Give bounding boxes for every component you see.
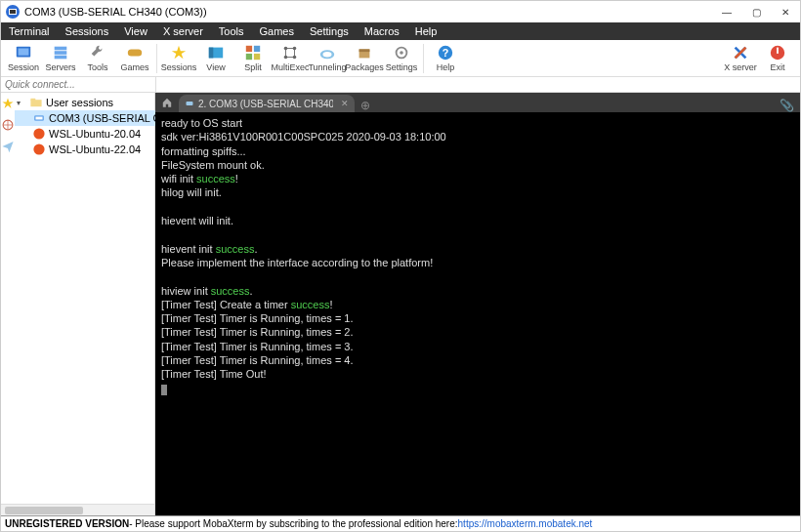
collapse-icon[interactable]: ▾ [17, 99, 26, 107]
menu-games[interactable]: Games [252, 25, 302, 37]
home-tab-icon[interactable] [155, 93, 179, 112]
toolbar-sessions-button[interactable]: Sessions [160, 44, 197, 72]
toolbar: Session Servers Tools Games Sessions Vie… [1, 40, 800, 77]
toolbar-tools-label: Tools [87, 62, 107, 72]
svg-rect-29 [777, 48, 779, 54]
svg-text:?: ? [443, 47, 449, 59]
footer-link[interactable]: https://mobaxterm.mobatek.net [458, 518, 593, 529]
toolbar-split-label: Split [244, 62, 262, 72]
svg-rect-32 [30, 100, 41, 106]
toolbar-servers-label: Servers [45, 62, 75, 72]
quick-connect-input[interactable] [1, 78, 155, 92]
toolbar-view-label: View [206, 62, 225, 72]
menu-settings[interactable]: Settings [302, 25, 357, 37]
paperclip-icon[interactable]: 📎 [774, 99, 800, 112]
quick-connect-bar [1, 77, 800, 93]
tab-bar: 2. COM3 (USB-SERIAL CH340 (CO ✕ ⊕ 📎 [155, 93, 800, 112]
maximize-button[interactable]: ▢ [741, 2, 771, 21]
status-bar: UNREGISTERED VERSION - Please support Mo… [1, 515, 800, 531]
toolbar-separator [423, 44, 424, 73]
svg-rect-6 [55, 51, 67, 55]
svg-rect-5 [55, 47, 67, 51]
sidebar-item-label: WSL-Ubuntu-22.04 [49, 143, 141, 155]
toolbar-tools-button[interactable]: Tools [79, 44, 116, 72]
toolbar-help-label: Help [437, 62, 455, 72]
toolbar-session-button[interactable]: Session [5, 44, 42, 72]
svg-rect-33 [30, 99, 35, 101]
menu-help[interactable]: Help [407, 25, 445, 37]
svg-rect-12 [246, 46, 252, 52]
svg-marker-30 [2, 98, 13, 108]
sidebar-item-label: WSL-Ubuntu-20.04 [49, 128, 141, 140]
toolbar-servers-button[interactable]: Servers [42, 44, 79, 72]
serial-icon [185, 99, 194, 108]
svg-rect-35 [36, 117, 43, 120]
svg-rect-38 [187, 102, 193, 105]
toolbar-exit-button[interactable]: Exit [759, 44, 796, 72]
sidebar-scrollbar[interactable] [1, 504, 154, 515]
toolbar-sessions-label: Sessions [161, 62, 197, 72]
app-body: ▾ User sessions COM3 (USB-SERIAL CH340 (… [1, 93, 800, 515]
svg-rect-15 [254, 54, 260, 60]
svg-marker-9 [172, 46, 186, 60]
minimize-button[interactable]: — [712, 2, 741, 21]
sidebar-tab-strip [1, 93, 15, 504]
toolbar-settings-button[interactable]: Settings [383, 44, 420, 72]
paperplane-icon[interactable] [1, 140, 15, 155]
window-title: COM3 (USB-SERIAL CH340 (COM3)) [24, 6, 712, 18]
sidebar: ▾ User sessions COM3 (USB-SERIAL CH340 (… [1, 93, 155, 515]
toolbar-multiexec-label: MultiExec [272, 62, 310, 72]
toolbar-session-label: Session [8, 62, 39, 72]
ubuntu-icon [32, 143, 46, 156]
svg-rect-13 [254, 46, 260, 52]
menu-view[interactable]: View [116, 25, 155, 37]
toolbar-exit-label: Exit [770, 62, 784, 72]
main-pane: 2. COM3 (USB-SERIAL CH340 (CO ✕ ⊕ 📎 read… [155, 93, 800, 515]
title-bar: COM3 (USB-SERIAL CH340 (COM3)) — ▢ ✕ [1, 1, 800, 22]
svg-rect-23 [359, 49, 370, 52]
folder-icon [29, 96, 43, 109]
serial-icon [32, 111, 46, 125]
toolbar-games-button[interactable]: Games [116, 44, 153, 72]
toolbar-packages-label: Packages [345, 62, 384, 72]
toolbar-tunneling-button[interactable]: Tunneling [309, 44, 346, 72]
menu-sessions[interactable]: Sessions [58, 25, 117, 37]
svg-rect-7 [55, 56, 67, 60]
tree-root-label: User sessions [46, 97, 113, 108]
toolbar-xserver-label: X server [724, 62, 757, 72]
toolbar-separator [156, 44, 157, 73]
toolbar-tunneling-label: Tunneling [308, 62, 346, 72]
tab-add-icon[interactable]: ⊕ [355, 99, 376, 112]
toolbar-view-button[interactable]: View [197, 44, 234, 72]
menu-bar: Terminal Sessions View X server Tools Ga… [1, 22, 800, 40]
toolbar-settings-label: Settings [386, 62, 418, 72]
svg-rect-2 [10, 10, 16, 14]
toolbar-xserver-button[interactable]: X server [722, 44, 759, 72]
footer-message: - Please support MobaXterm by subscribin… [129, 518, 457, 529]
toolbar-help-button[interactable]: ? Help [427, 44, 464, 72]
star-icon[interactable] [1, 97, 15, 112]
toolbar-multiexec-button[interactable]: MultiExec [272, 44, 309, 72]
close-button[interactable]: ✕ [771, 2, 800, 21]
tab-label: 2. COM3 (USB-SERIAL CH340 (CO [198, 99, 333, 109]
toolbar-packages-button[interactable]: Packages [346, 44, 383, 72]
svg-rect-4 [19, 49, 29, 56]
tab-close-icon[interactable]: ✕ [341, 99, 349, 108]
toolbar-split-button[interactable]: Split [234, 44, 272, 72]
svg-point-37 [33, 143, 44, 154]
tab-com3[interactable]: 2. COM3 (USB-SERIAL CH340 (CO ✕ [179, 95, 355, 112]
toolbar-games-label: Games [120, 62, 148, 72]
globe-icon[interactable] [1, 118, 15, 134]
menu-tools[interactable]: Tools [211, 25, 252, 37]
terminal-output[interactable]: ready to OS startsdk ver:Hi3861V100R001C… [155, 112, 800, 515]
ubuntu-icon [32, 127, 46, 141]
svg-rect-8 [128, 49, 142, 56]
unregistered-label: UNREGISTERED VERSION [5, 518, 129, 529]
svg-rect-11 [209, 48, 214, 59]
svg-point-36 [33, 128, 44, 139]
svg-rect-14 [246, 54, 252, 60]
menu-terminal[interactable]: Terminal [1, 25, 58, 37]
menu-xserver[interactable]: X server [155, 25, 211, 37]
menu-macros[interactable]: Macros [357, 25, 407, 37]
app-icon [5, 4, 21, 20]
